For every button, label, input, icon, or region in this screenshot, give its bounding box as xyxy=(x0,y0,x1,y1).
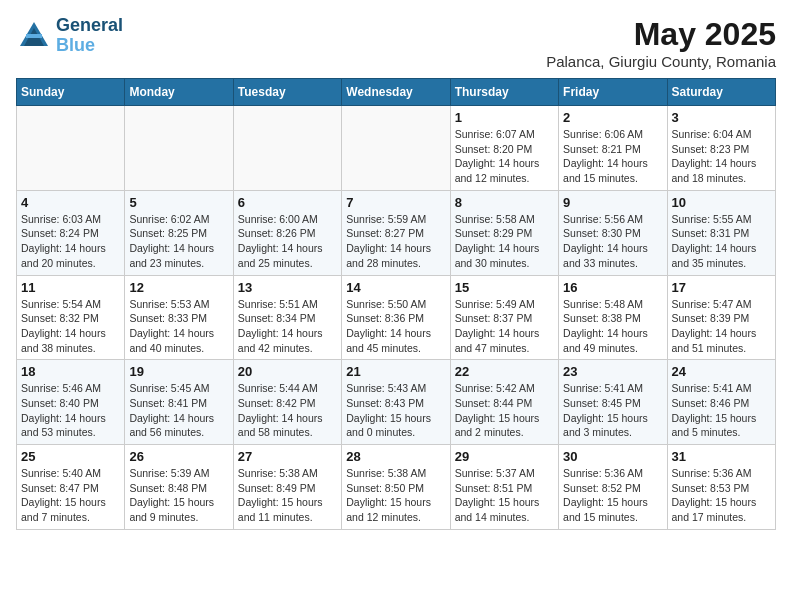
day-number: 11 xyxy=(21,280,120,295)
day-number: 31 xyxy=(672,449,771,464)
day-info: Sunrise: 6:06 AM Sunset: 8:21 PM Dayligh… xyxy=(563,127,662,186)
calendar-week-5: 25Sunrise: 5:40 AM Sunset: 8:47 PM Dayli… xyxy=(17,445,776,530)
calendar-week-4: 18Sunrise: 5:46 AM Sunset: 8:40 PM Dayli… xyxy=(17,360,776,445)
calendar-cell: 5Sunrise: 6:02 AM Sunset: 8:25 PM Daylig… xyxy=(125,190,233,275)
day-info: Sunrise: 5:38 AM Sunset: 8:50 PM Dayligh… xyxy=(346,466,445,525)
day-info: Sunrise: 5:56 AM Sunset: 8:30 PM Dayligh… xyxy=(563,212,662,271)
page-header: General Blue May 2025 Palanca, Giurgiu C… xyxy=(16,16,776,70)
calendar-cell: 29Sunrise: 5:37 AM Sunset: 8:51 PM Dayli… xyxy=(450,445,558,530)
calendar-header: SundayMondayTuesdayWednesdayThursdayFrid… xyxy=(17,79,776,106)
day-info: Sunrise: 6:04 AM Sunset: 8:23 PM Dayligh… xyxy=(672,127,771,186)
day-number: 17 xyxy=(672,280,771,295)
day-number: 27 xyxy=(238,449,337,464)
calendar-cell: 4Sunrise: 6:03 AM Sunset: 8:24 PM Daylig… xyxy=(17,190,125,275)
calendar-cell: 17Sunrise: 5:47 AM Sunset: 8:39 PM Dayli… xyxy=(667,275,775,360)
day-number: 12 xyxy=(129,280,228,295)
day-info: Sunrise: 6:03 AM Sunset: 8:24 PM Dayligh… xyxy=(21,212,120,271)
weekday-header-thursday: Thursday xyxy=(450,79,558,106)
day-number: 10 xyxy=(672,195,771,210)
day-number: 15 xyxy=(455,280,554,295)
logo-icon xyxy=(16,18,52,54)
day-number: 1 xyxy=(455,110,554,125)
weekday-header-monday: Monday xyxy=(125,79,233,106)
day-info: Sunrise: 5:36 AM Sunset: 8:53 PM Dayligh… xyxy=(672,466,771,525)
calendar-week-3: 11Sunrise: 5:54 AM Sunset: 8:32 PM Dayli… xyxy=(17,275,776,360)
calendar-cell: 10Sunrise: 5:55 AM Sunset: 8:31 PM Dayli… xyxy=(667,190,775,275)
day-info: Sunrise: 6:07 AM Sunset: 8:20 PM Dayligh… xyxy=(455,127,554,186)
day-info: Sunrise: 5:41 AM Sunset: 8:45 PM Dayligh… xyxy=(563,381,662,440)
calendar-cell: 13Sunrise: 5:51 AM Sunset: 8:34 PM Dayli… xyxy=(233,275,341,360)
logo-text: General Blue xyxy=(56,16,123,56)
day-number: 7 xyxy=(346,195,445,210)
calendar-cell: 12Sunrise: 5:53 AM Sunset: 8:33 PM Dayli… xyxy=(125,275,233,360)
day-number: 22 xyxy=(455,364,554,379)
day-info: Sunrise: 5:39 AM Sunset: 8:48 PM Dayligh… xyxy=(129,466,228,525)
day-number: 4 xyxy=(21,195,120,210)
day-number: 5 xyxy=(129,195,228,210)
calendar-week-2: 4Sunrise: 6:03 AM Sunset: 8:24 PM Daylig… xyxy=(17,190,776,275)
day-number: 8 xyxy=(455,195,554,210)
day-number: 3 xyxy=(672,110,771,125)
calendar-cell: 25Sunrise: 5:40 AM Sunset: 8:47 PM Dayli… xyxy=(17,445,125,530)
calendar-cell: 6Sunrise: 6:00 AM Sunset: 8:26 PM Daylig… xyxy=(233,190,341,275)
weekday-header-wednesday: Wednesday xyxy=(342,79,450,106)
calendar-cell: 30Sunrise: 5:36 AM Sunset: 8:52 PM Dayli… xyxy=(559,445,667,530)
calendar-cell xyxy=(233,106,341,191)
day-info: Sunrise: 5:36 AM Sunset: 8:52 PM Dayligh… xyxy=(563,466,662,525)
calendar-cell: 23Sunrise: 5:41 AM Sunset: 8:45 PM Dayli… xyxy=(559,360,667,445)
day-number: 6 xyxy=(238,195,337,210)
logo: General Blue xyxy=(16,16,123,56)
day-number: 23 xyxy=(563,364,662,379)
day-info: Sunrise: 6:00 AM Sunset: 8:26 PM Dayligh… xyxy=(238,212,337,271)
day-info: Sunrise: 5:46 AM Sunset: 8:40 PM Dayligh… xyxy=(21,381,120,440)
day-info: Sunrise: 5:41 AM Sunset: 8:46 PM Dayligh… xyxy=(672,381,771,440)
day-info: Sunrise: 5:58 AM Sunset: 8:29 PM Dayligh… xyxy=(455,212,554,271)
day-number: 19 xyxy=(129,364,228,379)
day-number: 26 xyxy=(129,449,228,464)
calendar-cell: 8Sunrise: 5:58 AM Sunset: 8:29 PM Daylig… xyxy=(450,190,558,275)
day-number: 25 xyxy=(21,449,120,464)
calendar-cell: 14Sunrise: 5:50 AM Sunset: 8:36 PM Dayli… xyxy=(342,275,450,360)
title-block: May 2025 Palanca, Giurgiu County, Romani… xyxy=(546,16,776,70)
calendar-cell: 31Sunrise: 5:36 AM Sunset: 8:53 PM Dayli… xyxy=(667,445,775,530)
day-info: Sunrise: 5:40 AM Sunset: 8:47 PM Dayligh… xyxy=(21,466,120,525)
month-year: May 2025 xyxy=(546,16,776,53)
calendar-cell: 28Sunrise: 5:38 AM Sunset: 8:50 PM Dayli… xyxy=(342,445,450,530)
day-number: 21 xyxy=(346,364,445,379)
calendar-cell: 1Sunrise: 6:07 AM Sunset: 8:20 PM Daylig… xyxy=(450,106,558,191)
calendar-cell: 22Sunrise: 5:42 AM Sunset: 8:44 PM Dayli… xyxy=(450,360,558,445)
svg-rect-2 xyxy=(26,34,42,38)
day-number: 2 xyxy=(563,110,662,125)
calendar-cell: 3Sunrise: 6:04 AM Sunset: 8:23 PM Daylig… xyxy=(667,106,775,191)
day-info: Sunrise: 5:51 AM Sunset: 8:34 PM Dayligh… xyxy=(238,297,337,356)
calendar-cell: 20Sunrise: 5:44 AM Sunset: 8:42 PM Dayli… xyxy=(233,360,341,445)
day-number: 9 xyxy=(563,195,662,210)
location: Palanca, Giurgiu County, Romania xyxy=(546,53,776,70)
weekday-header-saturday: Saturday xyxy=(667,79,775,106)
calendar-cell: 18Sunrise: 5:46 AM Sunset: 8:40 PM Dayli… xyxy=(17,360,125,445)
weekday-header-sunday: Sunday xyxy=(17,79,125,106)
day-info: Sunrise: 5:48 AM Sunset: 8:38 PM Dayligh… xyxy=(563,297,662,356)
calendar-table: SundayMondayTuesdayWednesdayThursdayFrid… xyxy=(16,78,776,530)
day-number: 29 xyxy=(455,449,554,464)
calendar-cell xyxy=(125,106,233,191)
day-info: Sunrise: 5:45 AM Sunset: 8:41 PM Dayligh… xyxy=(129,381,228,440)
calendar-cell: 9Sunrise: 5:56 AM Sunset: 8:30 PM Daylig… xyxy=(559,190,667,275)
calendar-cell: 15Sunrise: 5:49 AM Sunset: 8:37 PM Dayli… xyxy=(450,275,558,360)
day-number: 14 xyxy=(346,280,445,295)
calendar-cell: 27Sunrise: 5:38 AM Sunset: 8:49 PM Dayli… xyxy=(233,445,341,530)
calendar-cell: 26Sunrise: 5:39 AM Sunset: 8:48 PM Dayli… xyxy=(125,445,233,530)
day-number: 13 xyxy=(238,280,337,295)
calendar-cell: 11Sunrise: 5:54 AM Sunset: 8:32 PM Dayli… xyxy=(17,275,125,360)
day-number: 28 xyxy=(346,449,445,464)
day-info: Sunrise: 5:44 AM Sunset: 8:42 PM Dayligh… xyxy=(238,381,337,440)
day-info: Sunrise: 5:47 AM Sunset: 8:39 PM Dayligh… xyxy=(672,297,771,356)
day-info: Sunrise: 5:49 AM Sunset: 8:37 PM Dayligh… xyxy=(455,297,554,356)
day-number: 24 xyxy=(672,364,771,379)
day-number: 20 xyxy=(238,364,337,379)
day-info: Sunrise: 5:54 AM Sunset: 8:32 PM Dayligh… xyxy=(21,297,120,356)
calendar-cell: 16Sunrise: 5:48 AM Sunset: 8:38 PM Dayli… xyxy=(559,275,667,360)
weekday-header-friday: Friday xyxy=(559,79,667,106)
day-info: Sunrise: 5:50 AM Sunset: 8:36 PM Dayligh… xyxy=(346,297,445,356)
weekday-header-tuesday: Tuesday xyxy=(233,79,341,106)
